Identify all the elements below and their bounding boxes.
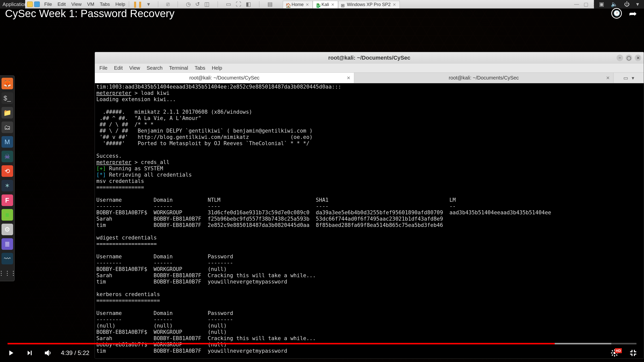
term-menu-terminal[interactable]: Terminal — [169, 65, 188, 71]
tab-label: root@kali: ~/Documents/CySec — [189, 75, 260, 81]
progress-bar[interactable] — [8, 343, 636, 344]
term-menu-view[interactable]: View — [129, 65, 140, 71]
exit-fullscreen-button[interactable] — [627, 347, 639, 359]
dock-metasploit[interactable]: M — [2, 136, 13, 148]
svg-line-5 — [612, 350, 613, 351]
share-icon[interactable]: ➦ — [629, 8, 637, 19]
new-tab-icon[interactable]: ▭ — [623, 75, 628, 81]
vmw-tab-kali[interactable]: 🐉 Kali ✕ — [313, 1, 338, 8]
tab-dropdown-icon[interactable]: ▾ — [632, 75, 634, 81]
vmw-menu-view[interactable]: View — [71, 2, 82, 7]
svg-line-7 — [612, 355, 613, 356]
dock-files[interactable]: 📁 — [2, 107, 13, 118]
time-display: 4:39 / 5:22 — [61, 349, 89, 356]
dock-stack[interactable]: ≣ — [2, 238, 13, 250]
tab-label: Home — [292, 2, 304, 7]
vmw-menu-vm[interactable]: VM — [87, 2, 94, 7]
term-menu-tabs[interactable]: Tabs — [195, 65, 205, 71]
term-menu-file[interactable]: File — [99, 65, 107, 71]
volume-button[interactable] — [42, 347, 54, 359]
dock-apps[interactable]: ⋮⋮⋮ — [2, 267, 13, 279]
vmw-menu-edit[interactable]: Edit — [58, 2, 66, 7]
hd-badge: HD — [615, 348, 622, 353]
svg-line-6 — [616, 355, 617, 356]
vmw-tab-winxp[interactable]: ⊞ Windows XP Pro SP2 ✕ — [338, 1, 400, 8]
vmware-toolbar: File Edit View VM Tabs Help ❚❚ ▾ ⎚ ◷ ↺ ◫… — [25, 0, 601, 9]
dock-notes[interactable]: ≡ — [2, 209, 13, 221]
system-tray: ▣ 🔈 ⏻ ▾ — [594, 0, 644, 9]
terminal-menubar: File Edit View Search Terminal Tabs Help — [95, 64, 644, 73]
played-segment — [8, 343, 555, 344]
fit-icon[interactable]: ▭ — [226, 1, 231, 8]
minimize-icon[interactable]: — — [574, 1, 579, 7]
manage-icon[interactable]: ◫ — [204, 1, 210, 8]
tab-label: Kali — [321, 2, 329, 7]
maximize-icon[interactable]: ◯ — [626, 55, 632, 61]
watch-later-icon[interactable]: 🕑 — [611, 8, 622, 19]
dropdown-icon[interactable]: ▾ — [636, 1, 639, 8]
play-button[interactable] — [5, 347, 17, 359]
dock-settings[interactable]: ⚙ — [2, 224, 13, 235]
tab-label: root@kali: ~/Documents/CySec — [449, 75, 519, 81]
dock-maltego[interactable]: ✶ — [2, 180, 13, 191]
dock-terminal[interactable]: $_ — [2, 92, 13, 104]
close-icon[interactable]: ✕ — [306, 2, 309, 7]
term-menu-search[interactable]: Search — [147, 65, 163, 71]
dock-armitage[interactable]: ☠ — [2, 151, 13, 162]
snapshot-icon[interactable]: ◷ — [186, 1, 191, 8]
vmw-menu-help[interactable]: Help — [115, 2, 125, 7]
home-icon: 🏠 — [286, 3, 290, 7]
power-icon[interactable]: ⏻ — [624, 1, 630, 8]
dock-file-manager[interactable]: 🗂 — [2, 122, 13, 133]
dock-burp[interactable]: ⟲ — [2, 165, 13, 177]
settings-button[interactable]: HD — [609, 347, 620, 359]
youtube-controls: 4:39 / 5:22 HD — [0, 341, 644, 362]
vmw-app-icon[interactable] — [27, 2, 33, 7]
close-icon[interactable]: ✕ — [393, 2, 396, 7]
close-icon[interactable]: ✕ — [331, 2, 334, 7]
next-button[interactable] — [24, 347, 35, 359]
close-icon[interactable]: ✕ — [347, 75, 350, 81]
video-icon[interactable]: ▣ — [599, 1, 604, 8]
terminal-tab-1[interactable]: root@kali: ~/Documents/CySec ✕ — [95, 73, 354, 83]
send-key-icon[interactable]: ⎚ — [166, 1, 170, 8]
kali-icon: 🐉 — [315, 3, 319, 7]
minimize-icon[interactable]: – — [617, 55, 623, 61]
fullscreen-icon[interactable]: ⛶ — [236, 1, 241, 8]
terminal-tabbar: root@kali: ~/Documents/CySec ✕ root@kali… — [95, 73, 644, 83]
dash-dock: 🦊 $_ 📁 🗂 M ☠ ⟲ ✶ F ≡ ⚙ ≣ 〰 ⋮⋮⋮ — [0, 75, 15, 281]
windows-icon: ⊞ — [341, 3, 345, 7]
terminal-window: root@kali: ~/Documents/CySec – ◯ ✕ File … — [95, 52, 644, 359]
library-icon[interactable]: ▤ — [267, 1, 273, 8]
dock-faraday[interactable]: F — [2, 194, 13, 206]
terminal-titlebar[interactable]: root@kali: ~/Documents/CySec – ◯ ✕ — [95, 52, 644, 64]
dock-firefox[interactable]: 🦊 — [2, 78, 13, 89]
terminal-title: root@kali: ~/Documents/CySec — [328, 55, 411, 61]
vmw-home-icon[interactable] — [34, 2, 40, 7]
close-icon[interactable]: ✕ — [635, 55, 641, 61]
vmw-tab-home[interactable]: 🏠 Home ✕ — [283, 1, 313, 8]
term-menu-edit[interactable]: Edit — [114, 65, 123, 71]
terminal-tab-2[interactable]: root@kali: ~/Documents/CySec ✕ — [354, 73, 614, 83]
tab-label: Windows XP Pro SP2 — [347, 2, 391, 7]
pause-icon[interactable]: ❚❚ — [133, 1, 143, 8]
vmw-menu-file[interactable]: File — [44, 2, 52, 7]
dock-wireshark[interactable]: 〰 — [2, 253, 13, 264]
terminal-output[interactable]: tim:1003:aad3b435b51404eeaad3b435b51404e… — [95, 83, 644, 358]
audio-icon[interactable]: 🔈 — [611, 1, 618, 8]
term-menu-help[interactable]: Help — [212, 65, 222, 71]
revert-icon[interactable]: ↺ — [195, 1, 200, 8]
dropdown-icon[interactable]: ▾ — [147, 1, 150, 8]
video-title: CySec Week 1: Password Recovery — [5, 8, 175, 20]
maximize-icon[interactable]: ▢ — [584, 1, 588, 7]
vmware-menu: File Edit View VM Tabs Help — [42, 2, 125, 7]
close-icon[interactable]: ✕ — [606, 75, 610, 81]
vmw-menu-tabs[interactable]: Tabs — [100, 2, 110, 7]
unity-icon[interactable]: ◧ — [246, 1, 251, 8]
